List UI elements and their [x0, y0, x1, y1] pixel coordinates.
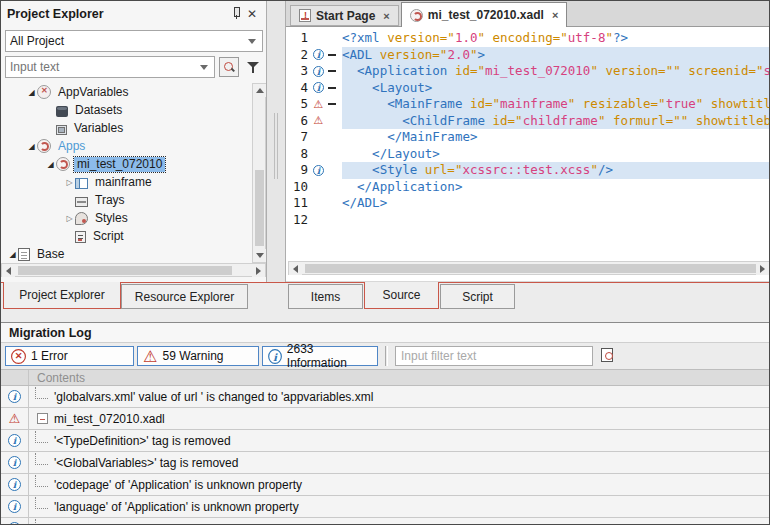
tab-mi-test-072010-xadl[interactable]: mi_test_072010.xadl ×	[401, 2, 568, 27]
log-row[interactable]: '<GlobalVariables>' tag is removed	[1, 452, 770, 474]
tab-close-icon[interactable]: ×	[383, 10, 389, 22]
log-row[interactable]: mi_test_072010.xadl	[1, 408, 770, 430]
fold-marker[interactable]	[326, 70, 338, 72]
collapse-box-icon[interactable]	[37, 413, 48, 424]
gutter: 10	[286, 179, 342, 196]
expander-icon[interactable]: ◢	[7, 250, 18, 259]
tab-close-icon[interactable]: ×	[552, 9, 558, 21]
code-line-8[interactable]: 8 </Layout>	[286, 146, 770, 163]
tree-horizontal-scrollbar[interactable]	[1, 263, 266, 277]
filter-button[interactable]	[243, 57, 263, 77]
close-icon[interactable]: ✕	[244, 7, 260, 21]
tree-item-mainframe[interactable]: ▷mainframe	[1, 173, 251, 191]
gutter-marker	[311, 82, 326, 93]
code-line-6[interactable]: 6 <ChildFrame id="childframe" formurl=""…	[286, 113, 770, 130]
log-row-text: 'mainframeurl' of 'Application' is unkno…	[54, 522, 319, 525]
log-row[interactable]: 'codepage' of 'Application' is unknown p…	[1, 474, 770, 496]
tree-item-label: Base	[34, 247, 67, 262]
tree-item-apps[interactable]: ◢Apps	[1, 137, 251, 155]
code-line-2[interactable]: 2<ADL version="2.0">	[286, 47, 770, 64]
scroll-thumb[interactable]	[255, 170, 264, 246]
scroll-left-button[interactable]	[2, 264, 15, 277]
log-search-button[interactable]	[597, 346, 617, 366]
row-icon-cell	[1, 386, 29, 407]
warning-filter-button[interactable]: 59 Warning	[137, 346, 259, 366]
tree-item-base[interactable]: ◢Base	[1, 245, 251, 263]
line-number: 4	[286, 80, 308, 97]
code-line-10[interactable]: 10 </Application>	[286, 179, 770, 196]
tab-label: Project Explorer	[19, 288, 104, 302]
expander-icon[interactable]: ▷	[64, 214, 75, 223]
project-filter-dropdown[interactable]: All Project	[5, 30, 263, 52]
info-filter-button[interactable]: 2633 Information	[262, 346, 378, 366]
scroll-left-button[interactable]	[289, 262, 302, 275]
code-line-9[interactable]: 9 <Style url="xcssrc::test.xcss"/>	[286, 162, 770, 179]
code-line-4[interactable]: 4 <Layout>	[286, 80, 770, 97]
code-line-7[interactable]: 7 </MainFrame>	[286, 129, 770, 146]
row-icon-cell	[1, 452, 29, 473]
tree-vertical-scrollbar[interactable]	[252, 83, 266, 263]
fold-marker[interactable]	[326, 103, 338, 105]
tab-items[interactable]: Items	[288, 284, 363, 309]
code-text: <Application id="mi_test_072010" version…	[342, 63, 770, 80]
expander-icon[interactable]: ◢	[26, 88, 37, 97]
tree-search-input[interactable]	[10, 60, 200, 74]
line-number: 6	[286, 113, 308, 130]
scroll-thumb[interactable]	[305, 264, 757, 273]
expander-icon[interactable]: ◢	[26, 142, 37, 151]
tab-source[interactable]: Source	[364, 282, 439, 309]
icon-column-header	[1, 370, 29, 385]
expander-icon[interactable]: ◢	[45, 160, 56, 169]
scroll-up-button[interactable]	[253, 84, 266, 97]
tab-resource-explorer[interactable]: Resource Explorer	[121, 284, 248, 309]
code-line-3[interactable]: 3 <Application id="mi_test_072010" versi…	[286, 63, 770, 80]
search-button[interactable]	[219, 57, 239, 77]
expander-icon[interactable]: ▷	[64, 178, 75, 187]
code-line-11[interactable]: 11</ADL>	[286, 195, 770, 212]
tree-item-label: Styles	[92, 211, 131, 226]
scroll-right-button[interactable]	[756, 262, 769, 275]
panel-splitter[interactable]	[267, 1, 285, 311]
log-row[interactable]: 'language' of 'Application' is unknown p…	[1, 496, 770, 518]
panel-title: Project Explorer	[7, 7, 228, 21]
gutter: 8	[286, 146, 342, 163]
tree-item-styles[interactable]: ▷Styles	[1, 209, 251, 227]
row-icon-cell	[1, 518, 29, 525]
log-row[interactable]: 'mainframeurl' of 'Application' is unkno…	[1, 518, 770, 525]
log-row-text: 'codepage' of 'Application' is unknown p…	[54, 478, 302, 492]
migration-log-panel: Migration Log 1 Error 59 Warning 2633 In…	[1, 322, 770, 525]
tree-item-script[interactable]: Script	[1, 227, 251, 245]
scroll-right-button[interactable]	[252, 264, 265, 277]
tree-item-label: Script	[90, 229, 127, 244]
editor-horizontal-scrollbar[interactable]	[288, 261, 770, 275]
scroll-thumb[interactable]	[18, 266, 232, 275]
fold-marker[interactable]	[326, 54, 338, 56]
tab-script[interactable]: Script	[440, 284, 515, 309]
log-row[interactable]: 'globalvars.xml' value of url ' is chang…	[1, 386, 770, 408]
code-line-12[interactable]: 12	[286, 212, 770, 229]
error-filter-button[interactable]: 1 Error	[5, 346, 134, 366]
tab-project-explorer[interactable]: Project Explorer	[3, 282, 121, 309]
scroll-down-button[interactable]	[253, 249, 266, 262]
tree-item-variables[interactable]: Variables	[1, 119, 251, 137]
tab-start-page[interactable]: Start Page ×	[290, 5, 399, 26]
apps-icon	[37, 139, 51, 153]
tree-item-mi-test-072010[interactable]: ◢mi_test_072010	[1, 155, 251, 173]
tree-item-appvariables[interactable]: ◢AppVariables	[1, 83, 251, 101]
code-line-5[interactable]: 5 <MainFrame id="mainframe" resizable="t…	[286, 96, 770, 113]
pin-icon[interactable]	[228, 6, 244, 23]
tree-item-trays[interactable]: Trays	[1, 191, 251, 209]
gutter: 1	[286, 30, 342, 47]
gutter: 5	[286, 96, 342, 113]
code-text	[342, 212, 770, 229]
log-filter-input[interactable]	[395, 346, 593, 366]
code-line-1[interactable]: 1<?xml version="1.0" encoding="utf-8"?>	[286, 30, 770, 47]
funnel-icon	[246, 61, 260, 74]
tab-label: Items	[311, 290, 340, 304]
fold-marker[interactable]	[326, 87, 338, 89]
log-row[interactable]: '<TypeDefinition>' tag is removed	[1, 430, 770, 452]
code-editor[interactable]: 1<?xml version="1.0" encoding="utf-8"?>2…	[286, 27, 770, 281]
chevron-down-icon	[248, 39, 256, 44]
tree-item-datasets[interactable]: Datasets	[1, 101, 251, 119]
tree-search-combo[interactable]	[5, 56, 215, 78]
